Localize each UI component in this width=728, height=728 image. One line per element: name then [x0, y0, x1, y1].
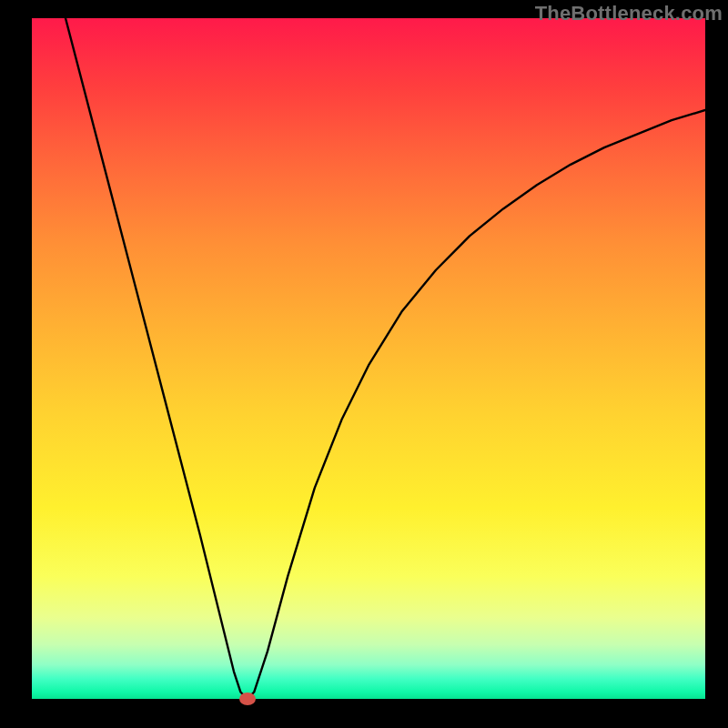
chart-container: TheBottleneck.com: [0, 0, 728, 728]
bottleneck-curve: [32, 18, 705, 699]
watermark-text: TheBottleneck.com: [535, 2, 723, 25]
optimum-marker: [239, 693, 256, 705]
plot-area: [32, 18, 705, 699]
